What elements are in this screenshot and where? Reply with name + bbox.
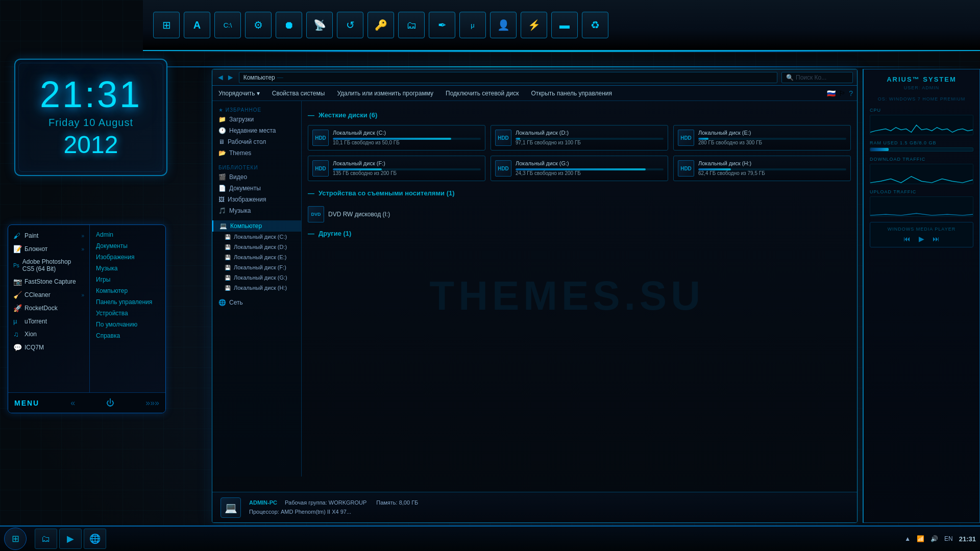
menu-app-utorrent[interactable]: µ uTorrent — [8, 315, 89, 328]
sidebar-downloads[interactable]: 📁 Загрузки — [212, 114, 301, 125]
sidebar-video[interactable]: 🎬 Видео — [212, 171, 301, 183]
menu-right-games[interactable]: Игры — [96, 274, 159, 285]
fm-menu-control-panel[interactable]: Открыть панель управления — [529, 90, 614, 97]
toolbar-btn-11[interactable]: μ — [459, 12, 486, 38]
menu-right-default[interactable]: По умолчанию — [96, 319, 159, 330]
menu-right-admin[interactable]: Admin — [96, 229, 159, 240]
menu-right-help[interactable]: Справка — [96, 330, 159, 341]
menu-arrow-left: « — [70, 398, 75, 408]
taskbar-explorer[interactable]: 🗂 — [35, 529, 57, 549]
sidebar-images[interactable]: 🖼 Изображения — [212, 194, 301, 205]
taskbar-browser[interactable]: 🌐 — [84, 529, 106, 549]
toolbar-btn-4[interactable]: ⚙ — [245, 12, 272, 38]
ram-section: RAM USED 1.5 GB/8.0 GB — [870, 140, 973, 152]
fm-help-btn[interactable]: ? — [849, 89, 853, 97]
menu-app-rocketdock[interactable]: 🚀 RocketDock — [8, 302, 89, 315]
menu-app-notepad[interactable]: 📝 Блокнот » — [8, 242, 89, 256]
sidebar-drive-g[interactable]: 💾 Локальный диск (G:) — [212, 272, 301, 283]
menu-right-music[interactable]: Музыка — [96, 263, 159, 274]
file-manager-window: ◄ ► Компьютер — 🔍 Поиск Ко... Упорядочит… — [212, 69, 857, 523]
toolbar-btn-7[interactable]: ↺ — [337, 12, 363, 38]
sidebar-themes[interactable]: 📂 Themes — [212, 147, 301, 159]
sidebar-drive-d[interactable]: 💾 Локальный диск (D:) — [212, 242, 301, 252]
cpu-graph-svg — [870, 115, 973, 135]
sidebar-desktop[interactable]: 🖥 Рабочий стол — [212, 136, 301, 147]
tray-network[interactable]: 📶 — [917, 535, 924, 542]
drive-g[interactable]: HDD Локальный диск (G:) 24,3 ГБ свободно… — [491, 156, 668, 181]
toolbar-btn-15[interactable]: ♻ — [582, 12, 608, 38]
menu-app-faststone-label: FastStone Capture — [24, 278, 76, 285]
toolbar-btn-2[interactable]: A — [184, 12, 210, 38]
toolbar-btn-6[interactable]: 📡 — [306, 12, 333, 38]
drive-h-icon: HDD — [678, 160, 694, 177]
menu-app-photoshop[interactable]: Ps Adobe Photoshop CS5 (64 Bit) — [8, 256, 89, 275]
fm-menu-sort[interactable]: Упорядочить ▾ — [216, 90, 262, 97]
sidebar-drive-e[interactable]: 💾 Локальный диск (E:) — [212, 252, 301, 262]
menu-right-computer[interactable]: Компьютер — [96, 285, 159, 296]
toolbar-btn-12[interactable]: 👤 — [490, 12, 517, 38]
menu-right-control-panel[interactable]: Панель управления — [96, 296, 159, 308]
network-icon: 🌐 — [218, 299, 226, 306]
deco-line-1 — [143, 51, 980, 52]
start-button[interactable]: ⊞ — [4, 528, 27, 550]
drive-c[interactable]: HDD Локальный диск (C:) 10,1 ГБ свободно… — [308, 125, 485, 151]
drives-grid: HDD Локальный диск (C:) 10,1 ГБ свободно… — [308, 125, 851, 181]
toolbar-btn-9[interactable]: 🗂 — [398, 12, 425, 38]
menu-right-documents[interactable]: Документы — [96, 240, 159, 252]
dvd-drive[interactable]: DVD DVD RW дисковод (I:) — [308, 203, 851, 226]
drive-h[interactable]: HDD Локальный диск (H:) 62,4 ГБ свободно… — [673, 156, 851, 181]
toolbar-btn-8[interactable]: 🔑 — [368, 12, 394, 38]
fm-search-bar[interactable]: 🔍 Поиск Ко... — [781, 72, 853, 83]
fm-menu-network-drive[interactable]: Подключить сетевой диск — [444, 90, 521, 97]
drive-g-free: 24,3 ГБ свободно из 200 ГБ — [516, 170, 664, 176]
power-icon[interactable]: ⏻ — [106, 398, 114, 408]
sidebar-recent[interactable]: 🕐 Недавние места — [212, 125, 301, 136]
menu-arrow-right: »»» — [145, 398, 159, 408]
fm-menu-uninstall[interactable]: Удалить или изменить программу — [335, 90, 435, 97]
fm-menu-properties[interactable]: Свойства системы — [270, 90, 327, 97]
taskbar-media[interactable]: ▶ — [59, 529, 82, 549]
menu-app-faststone[interactable]: 📷 FastStone Capture — [8, 275, 89, 288]
menu-right-images[interactable]: Изображения — [96, 252, 159, 263]
drive-e[interactable]: HDD Локальный диск (E:) 280 ГБ свободно … — [673, 125, 851, 151]
drive-e-free: 280 ГБ свободно из 300 ГБ — [698, 140, 846, 145]
sidebar-drive-f[interactable]: 💾 Локальный диск (F:) — [212, 262, 301, 272]
sidebar-computer[interactable]: 💻 Компьютер — [212, 220, 301, 232]
fm-forward-btn[interactable]: ► — [227, 73, 235, 82]
start-menu-bottom: MENU « ⏻ »»» — [8, 392, 165, 413]
removable-section-header: Устройства со съемными носителями (1) — [308, 189, 851, 197]
sidebar-music[interactable]: 🎵 Музыка — [212, 205, 301, 216]
drive-d[interactable]: HDD Локальный диск (D:) 97,1 ГБ свободно… — [491, 125, 668, 151]
toolbar-btn-3[interactable]: C:\ — [214, 12, 241, 38]
sidebar-documents[interactable]: 📄 Документы — [212, 183, 301, 194]
download-label: DOWNLOAD TRAFFIC — [870, 157, 973, 162]
favorites-section-label: ★ Избранное — [212, 105, 301, 114]
media-controls: ⏮ ▶ ⏭ — [874, 235, 969, 243]
drive-f[interactable]: HDD Локальный диск (F:) 135 ГБ свободно … — [308, 156, 485, 181]
menu-app-icq[interactable]: 💬 ICQ7M — [8, 341, 89, 354]
media-prev-btn[interactable]: ⏮ — [903, 235, 911, 243]
tray-arrow[interactable]: ▲ — [904, 535, 911, 542]
fm-back-btn[interactable]: ◄ — [216, 73, 225, 82]
media-play-btn[interactable]: ▶ — [919, 235, 924, 243]
menu-right-devices[interactable]: Устройства — [96, 308, 159, 319]
menu-app-notepad-label: Блокнот — [24, 245, 47, 253]
toolbar-btn-5[interactable]: ⏺ — [276, 12, 302, 38]
menu-app-paint[interactable]: 🖌 Paint » — [8, 229, 89, 242]
menu-app-ccleaner[interactable]: 🧹 CCleaner » — [8, 288, 89, 302]
start-menu-right: Admin Документы Изображения Музыка Игры … — [90, 225, 165, 392]
toolbar-btn-10[interactable]: ✒ — [429, 12, 455, 38]
toolbar-btn-13[interactable]: ⚡ — [521, 12, 547, 38]
toolbar-btn-14[interactable]: ▬ — [551, 12, 578, 38]
tray-volume[interactable]: 🔊 — [930, 535, 938, 542]
taskbar-lang: EN — [944, 535, 953, 542]
sidebar-drive-h[interactable]: 💾 Локальный диск (H:) — [212, 283, 301, 293]
sidebar-drive-c[interactable]: 💾 Локальный диск (C:) — [212, 232, 301, 242]
menu-app-xion[interactable]: ♫ Xion — [8, 328, 89, 341]
sidebar-network[interactable]: 🌐 Сеть — [212, 297, 301, 308]
fm-status-icon: 💻 — [220, 497, 241, 518]
toolbar-btn-1[interactable]: ⊞ — [153, 12, 180, 38]
menu-app-paint-label: Paint — [24, 232, 38, 239]
media-next-btn[interactable]: ⏭ — [933, 235, 940, 243]
fm-path-bar[interactable]: Компьютер — — [239, 72, 777, 83]
